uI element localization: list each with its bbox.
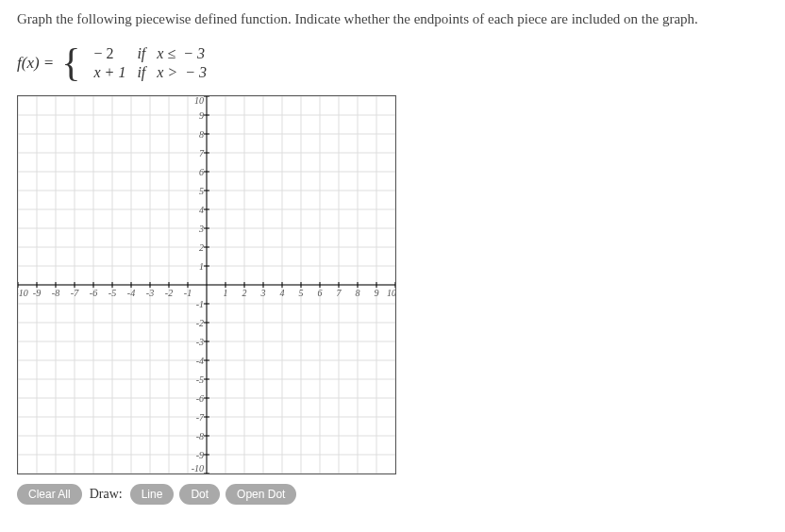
svg-text:8: 8: [199, 129, 204, 140]
svg-text:7: 7: [337, 288, 342, 298]
svg-text:-10: -10: [18, 288, 28, 298]
svg-text:5: 5: [299, 288, 304, 298]
svg-text:10: 10: [387, 288, 395, 298]
svg-text:9: 9: [375, 288, 379, 298]
svg-text:-5: -5: [109, 288, 116, 298]
draw-label: Draw:: [90, 487, 123, 502]
svg-text:3: 3: [260, 288, 266, 298]
svg-text:-8: -8: [52, 288, 59, 298]
graph-canvas[interactable]: -10 -9 -8 -7 -6 -5 -4 -3 -2 -1 1 2 3 4 5…: [17, 95, 396, 474]
draw-toolbar: Clear All Draw: Line Dot Open Dot: [17, 484, 768, 505]
svg-text:3: 3: [198, 224, 204, 234]
svg-text:-2: -2: [165, 288, 173, 298]
svg-text:-9: -9: [33, 288, 41, 298]
case1-cond: if x ≤ − 3: [131, 44, 212, 63]
svg-text:-3: -3: [196, 337, 204, 347]
svg-text:-1: -1: [196, 299, 204, 309]
svg-text:9: 9: [199, 110, 204, 121]
svg-text:-6: -6: [196, 393, 204, 404]
svg-text:-1: -1: [184, 288, 192, 298]
svg-text:-3: -3: [146, 288, 154, 298]
svg-text:6: 6: [199, 167, 204, 177]
piecewise-function: f(x) = { − 2 if x ≤ − 3 x + 1 if x > − 3: [17, 44, 768, 82]
question-prompt: Graph the following piecewise defined fu…: [17, 11, 768, 27]
case1-expr: − 2: [88, 44, 131, 63]
svg-text:-7: -7: [196, 412, 205, 423]
dot-button[interactable]: Dot: [179, 484, 220, 505]
brace-icon: {: [61, 47, 80, 79]
svg-text:2: 2: [242, 288, 247, 298]
svg-text:-4: -4: [127, 288, 135, 298]
svg-text:-8: -8: [196, 431, 204, 441]
svg-text:6: 6: [318, 288, 323, 298]
svg-text:4: 4: [199, 205, 204, 215]
svg-text:1: 1: [224, 288, 228, 298]
svg-text:-10: -10: [192, 463, 204, 474]
svg-text:8: 8: [356, 288, 360, 298]
equation-cases: − 2 if x ≤ − 3 x + 1 if x > − 3: [88, 44, 212, 82]
line-button[interactable]: Line: [130, 484, 175, 505]
case2-expr: x + 1: [88, 63, 131, 82]
svg-text:10: 10: [194, 96, 204, 106]
svg-text:-4: -4: [196, 356, 204, 366]
svg-text:-5: -5: [196, 374, 204, 385]
equation-lhs: f(x) =: [17, 54, 54, 73]
svg-text:5: 5: [199, 186, 204, 196]
svg-text:-9: -9: [196, 450, 204, 460]
svg-text:1: 1: [199, 261, 204, 272]
open-dot-button[interactable]: Open Dot: [225, 484, 296, 505]
svg-text:-6: -6: [90, 288, 97, 298]
svg-text:-2: -2: [196, 318, 204, 328]
svg-text:4: 4: [280, 288, 285, 298]
case2-cond: if x > − 3: [131, 63, 212, 82]
svg-text:2: 2: [199, 242, 204, 253]
svg-text:-7: -7: [71, 288, 79, 298]
clear-all-button[interactable]: Clear All: [17, 484, 82, 505]
